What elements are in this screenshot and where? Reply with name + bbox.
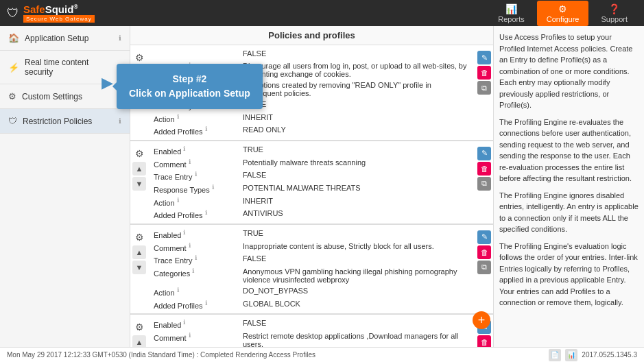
configure-icon: ⚙ <box>558 3 567 14</box>
settings-btn-3[interactable]: ⚙ <box>132 230 146 244</box>
right-panel-para-2: The Profiling Engine re-evaluates the co… <box>499 117 639 184</box>
table-row: Trace Entry ℹ FALSE <box>148 253 475 266</box>
table-row: Enabled ℹ FALSE <box>148 317 475 330</box>
up-btn-3[interactable]: ▲ <box>132 245 146 259</box>
callout-line1: Step #2 <box>129 72 250 86</box>
add-policy-button[interactable]: + <box>473 311 490 329</box>
reports-icon: 📊 <box>505 3 517 14</box>
callout-box: Step #2 Click on Application Setup <box>117 64 263 109</box>
realtime-icon: ⚡ <box>8 62 19 73</box>
header-nav: 📊 Reports ⚙ Configure ❓ Support <box>488 1 637 26</box>
settings-btn-2[interactable]: ⚙ <box>132 147 146 160</box>
delete-btn-3[interactable]: 🗑 <box>477 245 491 259</box>
copy-btn-2[interactable]: ⧉ <box>477 177 491 191</box>
header: 🛡 SafeSquid® Secure Web Gateway 📊 Report… <box>0 0 644 26</box>
statusbar-version: 2017.0525.1345.3 <box>582 351 637 359</box>
info-icon-3: ℹ <box>119 117 121 125</box>
right-panel-para-4: The Profiling Engine's evaluation logic … <box>499 241 639 309</box>
logo-subtitle: Secure Web Gateway <box>23 15 95 23</box>
table-row: Added Profiles ℹ READ ONLY <box>148 124 475 137</box>
support-icon: ❓ <box>608 3 620 14</box>
settings-btn-4[interactable]: ⚙ <box>132 320 146 334</box>
right-panel-para-3: The Profiling Engine ignores disabled en… <box>499 190 639 235</box>
table-row: Added Profiles ℹ GLOBAL BLOCK <box>148 298 475 311</box>
table-row: Trace Entry ℹ FALSE <box>148 169 475 182</box>
policy-entry-4: ⚙ ▲ ▼ Enabled ℹ FALSE Comment ℹ Restr <box>130 315 493 347</box>
statusbar-icon-2[interactable]: 📊 <box>565 349 577 361</box>
table-row: Action ℹ DO_NOT_BYPASS <box>148 285 475 298</box>
right-panel-para-1: Use Access Profiles to setup your Profil… <box>499 32 639 111</box>
custom-settings-icon: ⚙ <box>8 91 16 101</box>
table-row: Categories ℹ Anonymous VPN gambling hack… <box>148 266 475 285</box>
edit-btn-2[interactable]: ✎ <box>477 147 491 160</box>
settings-btn-1[interactable]: ⚙ <box>132 51 146 64</box>
table-row: Added Profiles ℹ ANTIVIRUS <box>148 208 475 221</box>
policy-entry-2: ⚙ ▲ ▼ Enabled ℹ TRUE Comment ℹ Potent <box>130 141 493 225</box>
up-btn-2[interactable]: ▲ <box>132 162 146 176</box>
down-btn-2[interactable]: ▼ <box>132 177 146 191</box>
table-row: Enabled ℹ TRUE <box>148 144 475 157</box>
application-setup-icon: 🏠 <box>8 33 19 43</box>
delete-btn-4[interactable]: 🗑 <box>477 335 491 347</box>
statusbar-text: Mon May 29 2017 12:12:33 GMT+0530 (India… <box>7 351 315 359</box>
table-row: Comment ℹ Restrict remote desktop applic… <box>148 330 475 347</box>
table-row: Response Types ℹ POTENTIAL MALWARE THREA… <box>148 182 475 195</box>
delete-btn-2[interactable]: 🗑 <box>477 162 491 176</box>
nav-support[interactable]: ❓ Support <box>591 1 637 26</box>
panel-title: Policies and profiles <box>130 26 493 45</box>
table-row: Enabled ℹ TRUE <box>148 228 475 241</box>
table-row: Comment ℹ Inappropriate content is abuse… <box>148 241 475 254</box>
logo-text: SafeSquid® <box>23 3 95 15</box>
up-btn-4[interactable]: ▲ <box>132 335 146 347</box>
info-icon-0: ℹ <box>119 34 121 42</box>
logo-area: 🛡 SafeSquid® Secure Web Gateway <box>7 3 95 23</box>
delete-btn-1[interactable]: 🗑 <box>477 66 491 80</box>
callout-line2: Click on Application Setup <box>129 86 250 101</box>
right-panel: Use Access Profiles to setup your Profil… <box>493 26 644 347</box>
nav-configure[interactable]: ⚙ Configure <box>537 1 589 26</box>
copy-btn-1[interactable]: ⧉ <box>477 81 491 95</box>
sidebar-item-restriction-policies[interactable]: 🛡 Restriction Policies ℹ <box>0 109 130 134</box>
logo-icon: 🛡 <box>7 6 19 21</box>
table-row: FALSE <box>148 48 475 60</box>
edit-btn-1[interactable]: ✎ <box>477 51 491 64</box>
statusbar: Mon May 29 2017 12:12:33 GMT+0530 (India… <box>0 347 644 362</box>
sidebar-item-application-setup[interactable]: 🏠 Application Setup ℹ <box>0 26 130 51</box>
restriction-policies-icon: 🛡 <box>8 116 17 126</box>
table-row: Action ℹ INHERIT <box>148 112 475 125</box>
down-btn-3[interactable]: ▼ <box>132 261 146 274</box>
edit-btn-3[interactable]: ✎ <box>477 230 491 244</box>
policy-entry-3: ⚙ ▲ ▼ Enabled ℹ TRUE Comment ℹ Inappr <box>130 225 493 315</box>
copy-btn-3[interactable]: ⧉ <box>477 261 491 274</box>
nav-reports[interactable]: 📊 Reports <box>488 1 534 26</box>
table-row: Action ℹ INHERIT <box>148 195 475 208</box>
table-row: Comment ℹ Potentially malware threats sc… <box>148 157 475 170</box>
main-layout: 🏠 Application Setup ℹ ⚡ Real time conten… <box>0 26 644 347</box>
statusbar-icon-1[interactable]: 📄 <box>549 349 561 361</box>
